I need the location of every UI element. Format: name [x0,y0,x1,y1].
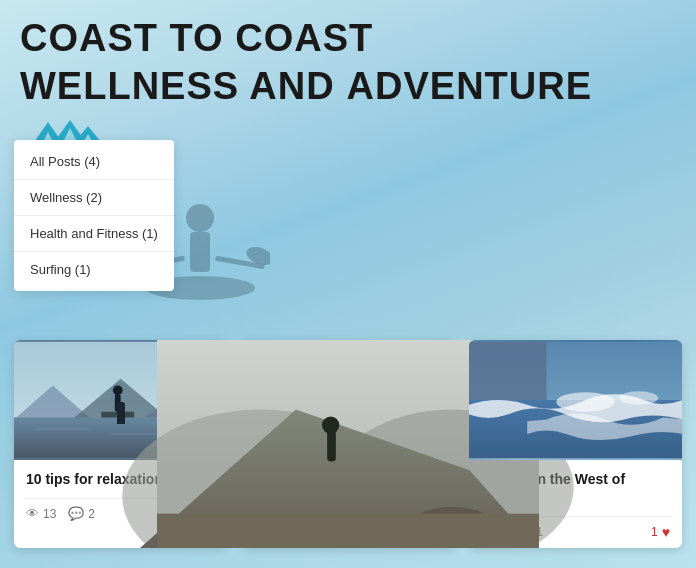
nav-item-all-posts[interactable]: All Posts (4) [14,146,174,177]
nav-divider-1 [14,179,174,180]
title-line2: WELLNESS AND [20,66,335,108]
card-2-bg [241,340,454,460]
nav-dropdown: All Posts (4) Wellness (2) Health and Fi… [14,140,174,291]
title-line3: ADVENTURE [347,66,592,108]
nav-divider-2 [14,215,174,216]
nav-divider-3 [14,251,174,252]
svg-point-35 [556,392,614,411]
nav-item-wellness[interactable]: Wellness (2) [14,182,174,213]
svg-point-36 [619,391,658,405]
svg-rect-30 [327,430,336,460]
svg-point-31 [322,416,339,433]
card-3-image [469,340,682,460]
nav-item-surfing[interactable]: Surfing (1) [14,254,174,285]
page-content: COAST TO COAST WELLNESS AND ADVENTURE Al… [0,0,696,568]
cards-section: 10 tips for relaxation 👁 13 💬 2 1 [14,340,682,548]
title-line1: COAST TO COAST [20,18,373,60]
card-highlands[interactable]: Hiking in the Highlands of Scotland 👁 4 … [241,340,454,548]
card-3-bg [469,340,682,460]
nav-item-health-fitness[interactable]: Health and Fitness (1) [14,218,174,249]
card-2-image [241,340,454,460]
site-title: COAST TO COAST WELLNESS AND ADVENTURE [20,18,676,158]
